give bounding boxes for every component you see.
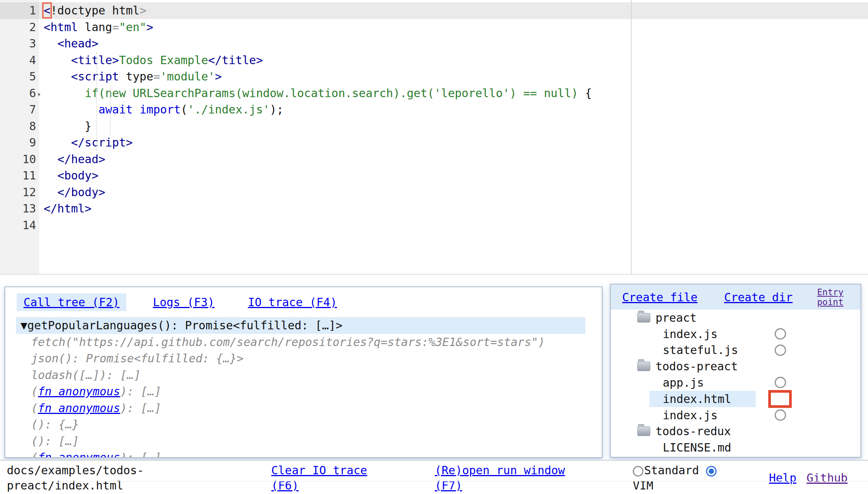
entry-point-highlight-box [768,390,792,408]
file-panel: Create file Create dir Entry point preac… [610,284,861,458]
file-name: LICENSE.md [663,441,731,454]
call-signature: json(): Promise<fulfilled: {…}> [31,352,244,365]
call-signature: ): […] [120,385,161,398]
tree-folder-row[interactable]: preact [611,310,860,326]
vim-mode-radio[interactable] [706,466,717,477]
status-bar: docs/examples/todos-preact/index.html Cl… [0,460,868,494]
code-area[interactable]: <!doctype html><html lang="en"> <head> <… [39,0,868,274]
code-token: </script> [71,136,133,149]
standard-mode-radio[interactable] [633,466,643,477]
indent-guide [124,101,124,118]
call-signature: ( [31,451,38,458]
call-tree-row[interactable]: fetch("https://api.github.com/search/rep… [16,334,602,351]
call-tree-row[interactable]: json(): Promise<fulfilled: {…}> [16,350,602,367]
tree-file-row[interactable]: index.html [611,391,860,407]
file-name: index.js [663,327,718,341]
code-line: </html> [39,200,868,217]
create-file-link[interactable]: Create file [622,291,698,304]
line-number: 3 [0,35,39,52]
file-name-wrap: index.html [611,392,731,406]
create-dir-link[interactable]: Create dir [724,291,793,304]
line-number: 13 [0,200,39,217]
entry-point-radio[interactable] [775,409,786,421]
call-signature: ): […] [120,401,161,415]
tab-io-trace-f4-[interactable]: IO trace (F4) [241,293,344,311]
code-token: <body> [57,169,98,182]
code-token: </title> [208,53,263,67]
entry-point-radio[interactable] [775,328,786,340]
code-token [44,136,71,149]
code-line: <head> [39,35,868,52]
code-token: ( [181,103,187,116]
code-token: > [140,4,146,17]
tree-file-row[interactable]: stateful.js [611,342,860,359]
function-link[interactable]: fn anonymous [38,401,120,415]
call-signature: lodash([…]): […] [31,368,141,382]
github-link[interactable]: Github [807,471,848,485]
function-link[interactable]: fn anonymous [38,385,120,398]
call-tree-row[interactable]: lodash([…]): […] [16,367,602,384]
tree-folder-row[interactable]: todos-redux [611,423,860,440]
help-link[interactable]: Help [769,471,796,485]
code-token: './index.js' [187,103,270,116]
file-name-wrap: stateful.js [611,343,738,357]
code-token [133,103,140,116]
code-token: Todos Example [119,53,208,67]
call-tree-row[interactable]: (fn anonymous): […] [16,400,602,417]
code-token: </body> [57,186,105,199]
file-name: index.html [663,392,731,406]
tab-logs-f3-[interactable]: Logs (F3) [146,293,222,311]
code-token: ) [270,103,277,116]
code-token: > [215,70,222,83]
line-number: 5 [0,68,39,85]
tree-file-row[interactable]: LICENSE.md [611,439,860,456]
call-tree-root-row[interactable]: ▼getPopularLanguages(): Promise<fulfille… [16,317,585,334]
code-token: lang [78,20,112,34]
function-link[interactable]: fn anonymous [38,451,120,458]
code-token [44,37,57,50]
reopen-run-window-link[interactable]: (Re)open run window (F7) [435,464,565,492]
file-name: index.js [663,409,718,422]
code-line: } [39,118,868,135]
call-signature: ( [31,401,38,415]
tree-file-row[interactable]: index.js [611,407,860,423]
indent-guide [110,85,111,135]
call-tree-row[interactable]: (fn anonymous): […] [16,449,602,458]
code-line: if(new URLSearchParams(window.location.s… [39,85,868,102]
call-tree-row[interactable]: (): {…} [16,416,602,433]
code-token: </html> [44,202,91,215]
code-editor[interactable]: 123456▾7891011121314 <!doctype html><htm… [0,0,868,275]
code-token: </head> [57,153,105,166]
call-tree-row[interactable]: (fn anonymous): […] [16,383,602,400]
code-token: <html [44,20,78,34]
file-name: stateful.js [663,343,738,357]
vim-mode-label: VIM [633,479,653,492]
code-token: await [99,103,133,116]
call-tree-row[interactable]: (): […] [16,433,602,450]
gutter: 123456▾7891011121314 [0,0,39,274]
call-signature: ): […] [120,451,161,458]
call-tree-tabs: Call tree (F2)Logs (F3)IO trace (F4) [5,287,602,311]
line-number: 9 [0,134,39,151]
call-tree: ▼getPopularLanguages(): Promise<fulfille… [16,317,602,458]
line-number: 7 [0,101,39,118]
tree-folder-row[interactable]: todos-preact [611,358,860,374]
code-line: <script type='module'> [39,68,868,85]
tree-file-row[interactable]: index.js [611,326,860,342]
call-signature: ( [31,385,38,398]
code-token: if(new URLSearchParams(window.location.s… [85,87,585,100]
line-number: 6▾ [0,85,39,102]
code-token: ; [277,103,283,116]
line-number: 4 [0,52,39,69]
file-name-wrap: todos-redux [611,425,731,438]
code-token: 'module' [160,70,215,83]
entry-point-radio[interactable] [775,377,786,388]
tab-call-tree-f2-[interactable]: Call tree (F2) [17,293,126,311]
entry-point-link[interactable]: Entry point [817,287,855,307]
tree-file-row[interactable]: app.js [611,374,860,391]
file-tree: preactindex.jsstateful.jstodos-preactapp… [611,310,860,456]
line-number: 10 [0,151,39,168]
code-token [44,53,71,67]
clear-io-trace-link[interactable]: Clear IO trace (F6) [271,464,367,492]
entry-point-radio[interactable] [775,345,786,356]
